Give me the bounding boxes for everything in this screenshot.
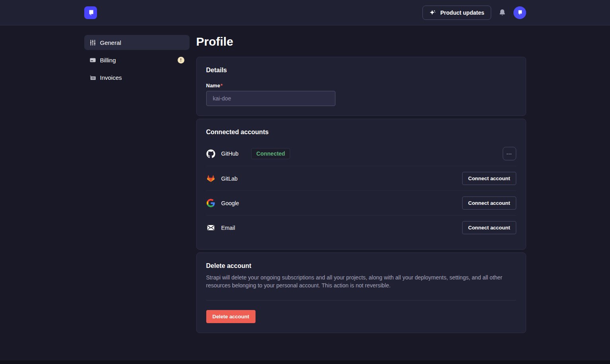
required-asterisk: * (221, 83, 223, 89)
account-row-email: Email Connect account (206, 215, 516, 240)
connected-status-badge: Connected (251, 148, 290, 159)
svg-text:s: s (90, 74, 91, 77)
connected-accounts-title: Connected accounts (206, 129, 516, 136)
billing-warning-badge: ! (178, 57, 184, 64)
invoice-icon: s (89, 74, 96, 81)
account-provider-name: Email (221, 225, 235, 231)
sidebar-item-invoices[interactable]: s Invoices (84, 70, 190, 85)
avatar-strapi-icon (516, 9, 523, 16)
account-provider-name: GitLab (221, 175, 238, 182)
main-content: Profile Details Name* Connected accounts… (196, 35, 526, 333)
google-connect-button[interactable]: Connect account (462, 196, 516, 210)
delete-account-description: Strapi will delete your ongoing subscrip… (206, 273, 516, 289)
sidebar-item-billing[interactable]: Billing ! (84, 52, 190, 67)
github-more-button[interactable]: ... (503, 147, 516, 160)
app-header: Product updates (0, 0, 610, 25)
product-updates-button[interactable]: Product updates (422, 6, 491, 20)
delete-account-card: Delete account Strapi will delete your o… (196, 252, 526, 333)
settings-sidebar: General Billing ! s Invoices (84, 35, 190, 87)
name-field-label: Name* (206, 83, 516, 89)
details-card: Details Name* (196, 57, 526, 116)
email-connect-button[interactable]: Connect account (462, 221, 516, 234)
account-provider-name: GitHub (221, 150, 239, 157)
account-row-gitlab: GitLab Connect account (206, 166, 516, 191)
email-icon (206, 223, 216, 233)
sidebar-item-label: Billing (100, 57, 174, 64)
sidebar-item-general[interactable]: General (84, 35, 190, 50)
product-updates-label: Product updates (440, 10, 484, 16)
name-input[interactable] (206, 91, 335, 106)
details-title: Details (206, 67, 516, 74)
delete-account-title: Delete account (206, 262, 516, 270)
account-row-github: GitHub Connected ... (206, 141, 516, 166)
account-provider-name: Google (221, 200, 239, 206)
gitlab-icon (206, 174, 216, 183)
page-title: Profile (196, 34, 526, 49)
divider (206, 300, 516, 300)
bottom-edge (0, 360, 610, 364)
user-avatar[interactable] (513, 6, 526, 19)
credit-card-icon (89, 57, 96, 64)
account-row-google: Google Connect account (206, 191, 516, 215)
sidebar-item-label: General (100, 39, 184, 46)
sliders-icon (89, 39, 96, 46)
sidebar-item-label: Invoices (100, 74, 184, 81)
strapi-logo-icon (87, 9, 95, 17)
gitlab-connect-button[interactable]: Connect account (462, 172, 516, 185)
github-icon (206, 149, 216, 158)
sparkle-icon (429, 9, 436, 16)
delete-account-button[interactable]: Delete account (206, 310, 256, 323)
connected-accounts-card: Connected accounts GitHub Connected ... (196, 119, 526, 250)
google-icon (206, 198, 216, 208)
notifications-bell-icon[interactable] (498, 8, 506, 17)
strapi-logo[interactable] (84, 6, 97, 19)
